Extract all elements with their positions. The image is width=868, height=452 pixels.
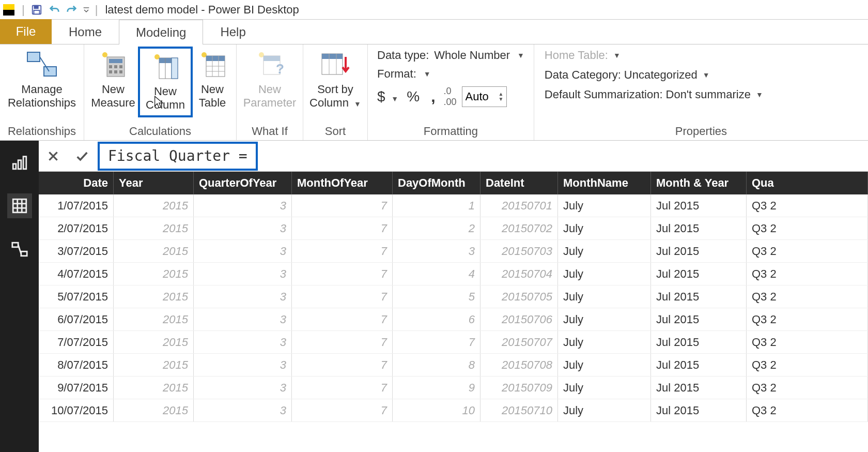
tab-modeling[interactable]: Modeling xyxy=(119,20,203,44)
svg-rect-5 xyxy=(44,67,56,76)
cell-month: 7 xyxy=(292,354,393,376)
table-row[interactable]: 1/07/2015201537120150701JulyJul 2015Q3 2 xyxy=(39,194,868,217)
cell-year: 2015 xyxy=(114,217,194,239)
new-table-button[interactable]: New Table xyxy=(193,47,232,110)
col-monthname[interactable]: MonthName xyxy=(558,172,651,194)
tab-help[interactable]: Help xyxy=(203,19,262,44)
nav-model-view[interactable] xyxy=(7,237,32,262)
manage-relationships-label: Manage Relationships xyxy=(4,83,80,110)
cell-qua: Q3 2 xyxy=(747,263,868,285)
col-qua[interactable]: Qua xyxy=(747,172,868,194)
sort-icon xyxy=(320,50,351,79)
cell-monthname: July xyxy=(558,263,651,285)
cell-day: 4 xyxy=(393,263,481,285)
decimals-value[interactable] xyxy=(466,90,497,103)
cell-monthyear: Jul 2015 xyxy=(651,240,747,262)
chevron-down-icon: ▼ xyxy=(354,100,361,108)
data-category-dropdown[interactable]: Data Category: Uncategorized ▼ xyxy=(545,68,763,82)
new-measure-button[interactable]: New Measure xyxy=(88,47,138,110)
currency-button[interactable]: $ ▼ xyxy=(377,88,398,105)
titlebar: | | latest demo model - Power BI Desktop xyxy=(0,0,868,20)
left-nav xyxy=(0,141,39,452)
table-row[interactable]: 4/07/2015201537420150704JulyJul 2015Q3 2 xyxy=(39,263,868,285)
cell-day: 2 xyxy=(393,217,481,239)
qat-customize-button[interactable] xyxy=(81,1,92,19)
nav-data-view[interactable] xyxy=(7,193,32,218)
cell-quarter: 3 xyxy=(194,194,292,217)
right-area: Fiscal Quarter = Date Year QuarterOfYear… xyxy=(39,141,868,452)
redo-button[interactable] xyxy=(63,1,81,19)
group-calculations: New Measure New Column New Table Calcula… xyxy=(84,44,237,140)
cell-monthyear: Jul 2015 xyxy=(651,194,747,217)
manage-relationships-button[interactable]: Manage Relationships xyxy=(4,47,80,110)
report-view-icon xyxy=(11,154,28,171)
undo-button[interactable] xyxy=(45,1,63,19)
formula-input[interactable]: Fiscal Quarter = xyxy=(98,142,258,171)
table-row[interactable]: 2/07/2015201537220150702JulyJul 2015Q3 2 xyxy=(39,217,868,240)
svg-rect-14 xyxy=(114,70,117,73)
formula-commit-button[interactable] xyxy=(68,141,97,172)
relationships-icon xyxy=(25,50,58,78)
decimals-stepper[interactable]: ▲▼ xyxy=(462,86,507,107)
chevron-down-icon: ▼ xyxy=(517,51,524,59)
new-column-label: New Column xyxy=(140,85,191,112)
new-measure-label: New Measure xyxy=(88,83,138,110)
group-label-sort: Sort xyxy=(307,124,363,140)
cell-dateint: 20150710 xyxy=(481,399,558,421)
cell-year: 2015 xyxy=(114,376,194,399)
table-row[interactable]: 3/07/2015201537320150703JulyJul 2015Q3 2 xyxy=(39,240,868,263)
col-dayofmonth[interactable]: DayOfMonth xyxy=(393,172,481,194)
table-row[interactable]: 5/07/2015201537520150705JulyJul 2015Q3 2 xyxy=(39,285,868,308)
table-row[interactable]: 6/07/2015201537620150706JulyJul 2015Q3 2 xyxy=(39,308,868,331)
spinner-icon[interactable]: ▲▼ xyxy=(499,92,504,102)
chevron-down-icon: ▼ xyxy=(424,70,431,78)
cell-dateint: 20150709 xyxy=(481,376,558,399)
new-table-label: New Table xyxy=(193,83,232,110)
format-label: Format: xyxy=(377,67,416,81)
comma-button[interactable]: , xyxy=(431,88,435,106)
svg-rect-21 xyxy=(172,58,178,79)
table-row[interactable]: 9/07/2015201537920150709JulyJul 2015Q3 2 xyxy=(39,376,868,399)
svg-rect-34 xyxy=(322,54,343,59)
formula-cancel-button[interactable] xyxy=(39,141,68,172)
table-row[interactable]: 10/07/20152015371020150710JulyJul 2015Q3… xyxy=(39,399,868,422)
col-year[interactable]: Year xyxy=(114,172,194,194)
chevron-down-icon xyxy=(82,6,90,14)
table-row[interactable]: 7/07/2015201537720150707JulyJul 2015Q3 2 xyxy=(39,331,868,354)
table-row[interactable]: 8/07/2015201537820150708JulyJul 2015Q3 2 xyxy=(39,354,868,376)
svg-rect-13 xyxy=(109,70,112,73)
data-type-dropdown[interactable]: Data type: Whole Number ▼ xyxy=(377,49,524,62)
parameter-icon: ? xyxy=(255,50,284,79)
new-column-button[interactable]: New Column xyxy=(138,47,193,117)
percent-button[interactable]: % xyxy=(407,88,420,105)
col-quarterofyear[interactable]: QuarterOfYear xyxy=(194,172,292,194)
nav-report-view[interactable] xyxy=(7,150,32,175)
group-sort: Sort by Column ▼ Sort xyxy=(303,44,368,140)
svg-rect-1 xyxy=(34,5,38,8)
format-dropdown[interactable]: Format: ▼ xyxy=(377,67,524,81)
data-type-value: Whole Number xyxy=(434,49,510,62)
data-category-label: Data Category: xyxy=(545,68,621,82)
group-label-relationships: Relationships xyxy=(4,124,80,140)
save-button[interactable] xyxy=(28,1,45,19)
col-monthofyear[interactable]: MonthOfYear xyxy=(292,172,393,194)
check-icon xyxy=(75,149,89,163)
svg-rect-45 xyxy=(12,243,18,247)
data-grid[interactable]: Date Year QuarterOfYear MonthOfYear DayO… xyxy=(39,172,868,452)
svg-rect-2 xyxy=(34,10,39,13)
cell-qua: Q3 2 xyxy=(747,331,868,353)
cell-date: 2/07/2015 xyxy=(39,217,114,239)
cell-quarter: 3 xyxy=(194,263,292,285)
col-monthyear[interactable]: Month & Year xyxy=(651,172,747,194)
summarization-dropdown[interactable]: Default Summarization: Don't summarize ▼ xyxy=(545,88,763,101)
sort-by-column-button[interactable]: Sort by Column ▼ xyxy=(307,47,363,110)
tab-home[interactable]: Home xyxy=(52,19,119,44)
cell-year: 2015 xyxy=(114,354,194,376)
cell-month: 7 xyxy=(292,194,393,217)
col-date[interactable]: Date xyxy=(39,172,114,194)
cell-date: 10/07/2015 xyxy=(39,399,114,421)
tab-file[interactable]: File xyxy=(0,19,52,44)
col-dateint[interactable]: DateInt xyxy=(481,172,558,194)
cell-quarter: 3 xyxy=(194,376,292,399)
svg-rect-10 xyxy=(109,65,112,68)
